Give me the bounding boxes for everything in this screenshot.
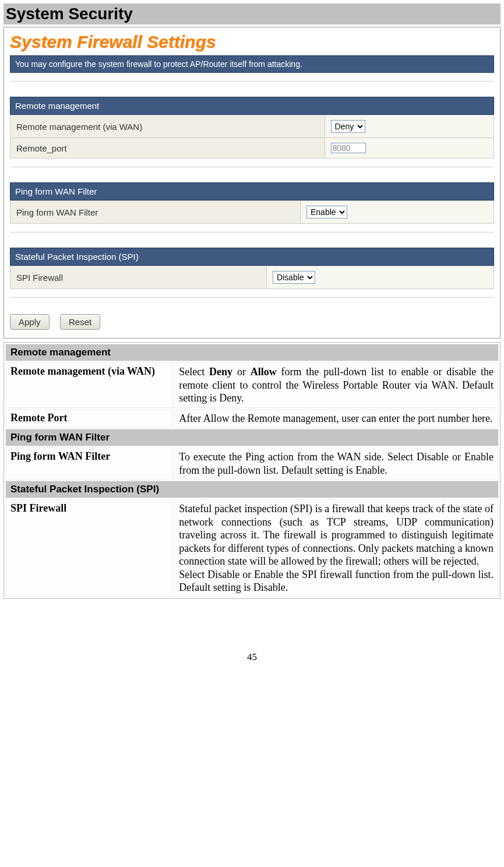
ping-filter-table: Ping form WAN Filter Enable [10, 200, 494, 224]
help-spi-firewall-label: SPI Firewall [5, 499, 172, 597]
text: Select [179, 366, 209, 378]
divider [10, 232, 494, 232]
help-ping-filter-desc: To execute the Ping action from the WAN … [174, 447, 499, 480]
text-bold: Allow [251, 366, 277, 378]
text: or [232, 366, 251, 378]
spi-header: Stateful Packet Inspection (SPI) [10, 248, 494, 266]
remote-management-header: Remote management [10, 97, 494, 115]
divider [10, 297, 494, 298]
ping-filter-select[interactable]: Enable [306, 206, 347, 218]
page-title: System Security [3, 3, 501, 24]
spi-firewall-label: SPI Firewall [10, 266, 267, 289]
text-bold: Deny [209, 366, 232, 378]
help-remote-header: Remote management [5, 344, 499, 361]
divider [10, 167, 494, 167]
apply-button[interactable]: Apply [10, 314, 50, 330]
remote-management-table: Remote management (via WAN) Deny Remote_… [10, 115, 494, 158]
page-number: 45 [3, 651, 501, 663]
panel-heading: System Firewall Settings [10, 32, 494, 52]
text: Stateful packet inspection (SPI) is a fi… [179, 503, 494, 567]
help-remote-via-wan-desc: Select Deny or Allow form the pull-down … [174, 362, 499, 408]
divider [10, 81, 494, 82]
ping-filter-label: Ping form WAN Filter [10, 201, 301, 224]
firewall-settings-panel: System Firewall Settings You may configu… [3, 27, 501, 339]
remote-via-wan-label: Remote management (via WAN) [10, 115, 325, 138]
help-spi-header: Stateful Packet Inspection (SPI) [5, 481, 499, 498]
help-ping-filter-label: Ping form WAN Filter [5, 447, 172, 480]
help-spi-firewall-desc: Stateful packet inspection (SPI) is a fi… [174, 499, 499, 597]
text: Select Disable or Enable the SPI firewal… [179, 569, 494, 594]
help-ping-header: Ping form WAN Filter [5, 429, 499, 446]
help-table: Remote management Remote management (via… [3, 342, 501, 599]
reset-button[interactable]: Reset [60, 314, 100, 330]
ping-filter-header: Ping form WAN Filter [10, 182, 494, 200]
remote-via-wan-select[interactable]: Deny [331, 120, 365, 133]
help-remote-port-desc: After Allow the Remote management, user … [174, 409, 499, 428]
remote-port-input[interactable] [331, 143, 366, 153]
button-row: Apply Reset [10, 314, 494, 330]
help-remote-via-wan-label: Remote management (via WAN) [5, 362, 172, 408]
spi-table: SPI Firewall Disable [10, 266, 494, 289]
help-remote-port-label: Remote Port [5, 409, 172, 428]
remote-port-label: Remote_port [10, 138, 325, 158]
panel-description: You may configure the system firewall to… [10, 55, 494, 73]
spi-firewall-select[interactable]: Disable [273, 271, 315, 284]
